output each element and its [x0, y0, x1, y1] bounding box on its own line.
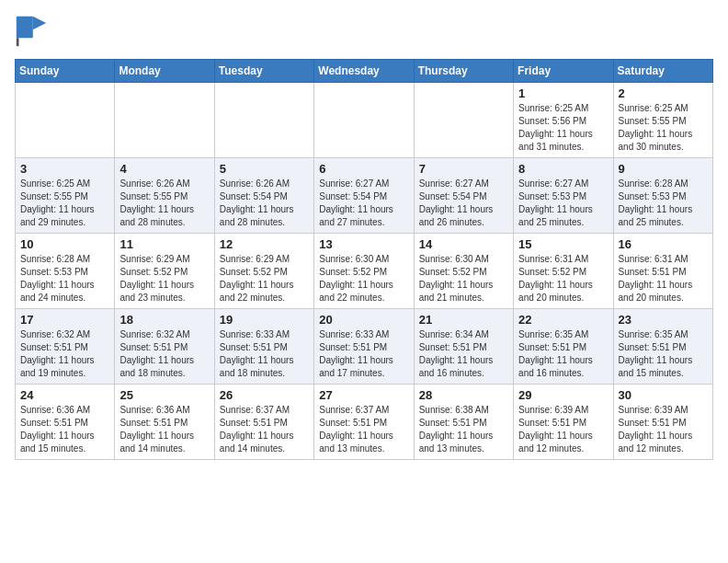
- calendar-cell: [214, 83, 313, 158]
- day-info: Sunrise: 6:26 AM Sunset: 5:55 PM Dayligh…: [119, 178, 209, 229]
- day-info: Sunrise: 6:25 AM Sunset: 5:56 PM Dayligh…: [518, 102, 608, 154]
- day-number: 16: [619, 237, 708, 251]
- calendar-body: 1Sunrise: 6:25 AM Sunset: 5:56 PM Daylig…: [16, 83, 713, 460]
- calendar-cell: 1Sunrise: 6:25 AM Sunset: 5:56 PM Daylig…: [514, 83, 613, 158]
- day-number: 9: [619, 162, 708, 176]
- day-number: 21: [419, 313, 508, 327]
- day-number: 24: [20, 388, 109, 402]
- day-info: Sunrise: 6:25 AM Sunset: 5:55 PM Dayligh…: [20, 178, 109, 229]
- logo: [15, 15, 51, 48]
- day-number: 1: [518, 86, 608, 100]
- day-info: Sunrise: 6:29 AM Sunset: 5:52 PM Dayligh…: [119, 253, 209, 304]
- week-row-1: 1Sunrise: 6:25 AM Sunset: 5:56 PM Daylig…: [16, 83, 713, 158]
- day-info: Sunrise: 6:29 AM Sunset: 5:52 PM Dayligh…: [220, 253, 309, 304]
- day-number: 19: [220, 313, 309, 327]
- day-number: 27: [319, 388, 408, 402]
- weekday-header-sunday: Sunday: [16, 60, 115, 83]
- calendar-cell: 24Sunrise: 6:36 AM Sunset: 5:51 PM Dayli…: [16, 385, 115, 460]
- calendar-cell: 19Sunrise: 6:33 AM Sunset: 5:51 PM Dayli…: [214, 309, 313, 385]
- calendar-cell: 12Sunrise: 6:29 AM Sunset: 5:52 PM Dayli…: [214, 234, 313, 309]
- weekday-header-tuesday: Tuesday: [214, 60, 313, 83]
- svg-marker-1: [33, 17, 46, 29]
- day-number: 29: [518, 388, 608, 402]
- calendar-cell: 25Sunrise: 6:36 AM Sunset: 5:51 PM Dayli…: [115, 385, 214, 460]
- calendar-cell: 8Sunrise: 6:27 AM Sunset: 5:53 PM Daylig…: [514, 158, 613, 234]
- day-number: 12: [220, 237, 309, 251]
- day-info: Sunrise: 6:37 AM Sunset: 5:51 PM Dayligh…: [220, 404, 309, 455]
- day-number: 7: [419, 162, 508, 176]
- day-info: Sunrise: 6:31 AM Sunset: 5:51 PM Dayligh…: [619, 253, 708, 304]
- day-number: 4: [119, 162, 209, 176]
- day-info: Sunrise: 6:26 AM Sunset: 5:54 PM Dayligh…: [220, 178, 309, 229]
- day-info: Sunrise: 6:30 AM Sunset: 5:52 PM Dayligh…: [419, 253, 508, 304]
- day-info: Sunrise: 6:33 AM Sunset: 5:51 PM Dayligh…: [319, 328, 408, 380]
- weekday-header-friday: Friday: [514, 60, 613, 83]
- calendar-cell: 7Sunrise: 6:27 AM Sunset: 5:54 PM Daylig…: [414, 158, 513, 234]
- day-info: Sunrise: 6:37 AM Sunset: 5:51 PM Dayligh…: [319, 404, 408, 455]
- day-info: Sunrise: 6:28 AM Sunset: 5:53 PM Dayligh…: [20, 253, 109, 304]
- calendar-cell: 18Sunrise: 6:32 AM Sunset: 5:51 PM Dayli…: [115, 309, 214, 385]
- week-row-5: 24Sunrise: 6:36 AM Sunset: 5:51 PM Dayli…: [16, 385, 713, 460]
- calendar-cell: 2Sunrise: 6:25 AM Sunset: 5:55 PM Daylig…: [613, 83, 712, 158]
- day-number: 23: [619, 313, 708, 327]
- day-number: 22: [518, 313, 608, 327]
- calendar-cell: 3Sunrise: 6:25 AM Sunset: 5:55 PM Daylig…: [16, 158, 115, 234]
- day-number: 18: [119, 313, 209, 327]
- calendar-cell: 14Sunrise: 6:30 AM Sunset: 5:52 PM Dayli…: [414, 234, 513, 309]
- day-info: Sunrise: 6:32 AM Sunset: 5:51 PM Dayligh…: [119, 328, 209, 380]
- weekday-header-monday: Monday: [115, 60, 214, 83]
- day-info: Sunrise: 6:33 AM Sunset: 5:51 PM Dayligh…: [220, 328, 309, 380]
- calendar-cell: 13Sunrise: 6:30 AM Sunset: 5:52 PM Dayli…: [314, 234, 414, 309]
- day-info: Sunrise: 6:31 AM Sunset: 5:52 PM Dayligh…: [518, 253, 608, 304]
- calendar-cell: 27Sunrise: 6:37 AM Sunset: 5:51 PM Dayli…: [314, 385, 414, 460]
- day-number: 3: [20, 162, 109, 176]
- weekday-header-saturday: Saturday: [613, 60, 712, 83]
- week-row-3: 10Sunrise: 6:28 AM Sunset: 5:53 PM Dayli…: [16, 234, 713, 309]
- day-info: Sunrise: 6:30 AM Sunset: 5:52 PM Dayligh…: [319, 253, 408, 304]
- day-number: 28: [419, 388, 508, 402]
- day-info: Sunrise: 6:36 AM Sunset: 5:51 PM Dayligh…: [20, 404, 109, 455]
- day-number: 10: [20, 237, 109, 251]
- day-info: Sunrise: 6:27 AM Sunset: 5:54 PM Dayligh…: [419, 178, 508, 229]
- day-info: Sunrise: 6:38 AM Sunset: 5:51 PM Dayligh…: [419, 404, 508, 455]
- day-info: Sunrise: 6:27 AM Sunset: 5:53 PM Dayligh…: [518, 178, 608, 229]
- day-number: 17: [20, 313, 109, 327]
- day-number: 11: [119, 237, 209, 251]
- calendar-cell: 20Sunrise: 6:33 AM Sunset: 5:51 PM Dayli…: [314, 309, 414, 385]
- calendar-cell: 16Sunrise: 6:31 AM Sunset: 5:51 PM Dayli…: [613, 234, 712, 309]
- calendar-cell: [414, 83, 513, 158]
- week-row-4: 17Sunrise: 6:32 AM Sunset: 5:51 PM Dayli…: [16, 309, 713, 385]
- calendar-cell: [115, 83, 214, 158]
- day-info: Sunrise: 6:39 AM Sunset: 5:51 PM Dayligh…: [518, 404, 608, 455]
- calendar-header: SundayMondayTuesdayWednesdayThursdayFrid…: [16, 60, 713, 83]
- calendar-cell: [314, 83, 414, 158]
- calendar-cell: 29Sunrise: 6:39 AM Sunset: 5:51 PM Dayli…: [514, 385, 613, 460]
- calendar-cell: 15Sunrise: 6:31 AM Sunset: 5:52 PM Dayli…: [514, 234, 613, 309]
- calendar-cell: 26Sunrise: 6:37 AM Sunset: 5:51 PM Dayli…: [214, 385, 313, 460]
- calendar-cell: 6Sunrise: 6:27 AM Sunset: 5:54 PM Daylig…: [314, 158, 414, 234]
- calendar-cell: 5Sunrise: 6:26 AM Sunset: 5:54 PM Daylig…: [214, 158, 313, 234]
- day-number: 26: [220, 388, 309, 402]
- day-number: 13: [319, 237, 408, 251]
- day-number: 30: [619, 388, 708, 402]
- day-info: Sunrise: 6:27 AM Sunset: 5:54 PM Dayligh…: [319, 178, 408, 229]
- calendar-table: SundayMondayTuesdayWednesdayThursdayFrid…: [15, 59, 713, 460]
- day-number: 8: [518, 162, 608, 176]
- day-info: Sunrise: 6:25 AM Sunset: 5:55 PM Dayligh…: [619, 102, 708, 154]
- calendar-cell: 17Sunrise: 6:32 AM Sunset: 5:51 PM Dayli…: [16, 309, 115, 385]
- day-info: Sunrise: 6:32 AM Sunset: 5:51 PM Dayligh…: [20, 328, 109, 380]
- day-number: 5: [220, 162, 309, 176]
- calendar-cell: 9Sunrise: 6:28 AM Sunset: 5:53 PM Daylig…: [613, 158, 712, 234]
- calendar-cell: 22Sunrise: 6:35 AM Sunset: 5:51 PM Dayli…: [514, 309, 613, 385]
- weekday-header-thursday: Thursday: [414, 60, 513, 83]
- svg-rect-2: [17, 38, 19, 46]
- day-info: Sunrise: 6:28 AM Sunset: 5:53 PM Dayligh…: [619, 178, 708, 229]
- day-number: 6: [319, 162, 408, 176]
- logo-icon: [15, 15, 48, 48]
- calendar-cell: 4Sunrise: 6:26 AM Sunset: 5:55 PM Daylig…: [115, 158, 214, 234]
- day-number: 25: [119, 388, 209, 402]
- calendar-cell: 11Sunrise: 6:29 AM Sunset: 5:52 PM Dayli…: [115, 234, 214, 309]
- svg-rect-0: [17, 17, 33, 38]
- day-number: 15: [518, 237, 608, 251]
- calendar-cell: 30Sunrise: 6:39 AM Sunset: 5:51 PM Dayli…: [613, 385, 712, 460]
